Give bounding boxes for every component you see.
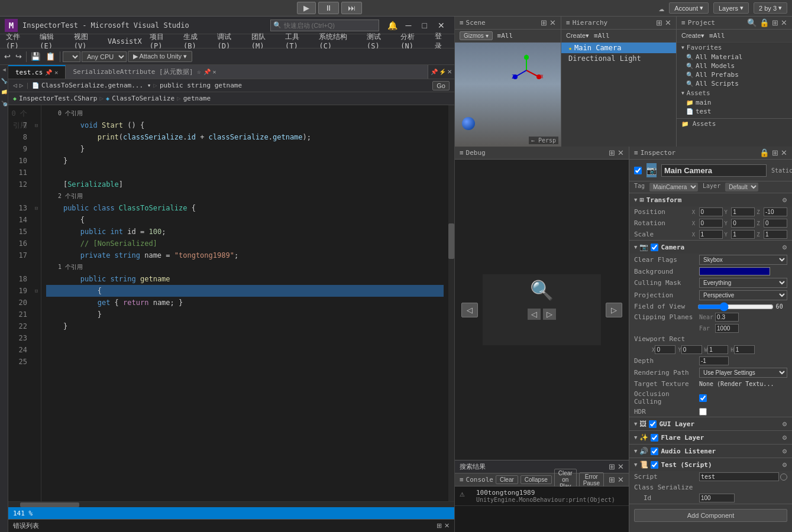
gui-layer-header[interactable]: ▼ 🖼 GUI Layer ⚙ (629, 417, 792, 430)
scene-panel-close-btn[interactable]: ✕ (549, 18, 556, 27)
game-prev-btn[interactable]: ◁ (461, 303, 478, 317)
culling-mask-select[interactable]: Everything (699, 278, 787, 288)
vs-toolbar-undo[interactable]: ↩ (2, 51, 12, 62)
vs-tab-serializable-pin[interactable]: 📌 (203, 69, 211, 75)
project-fav-all-prefabs[interactable]: 🔍 All Prefabs (677, 70, 792, 79)
project-float-btn[interactable]: ⊞ (772, 18, 778, 27)
pause-button[interactable]: ⏸ (318, 2, 339, 14)
project-asset-test[interactable]: 📄 test (677, 107, 792, 116)
vs-tab-testcs-close[interactable]: ✕ (54, 69, 58, 76)
vs-nav-arrow-back[interactable]: ◁ (13, 82, 17, 89)
inspector-lock-btn[interactable]: 🔒 (759, 148, 770, 157)
vs-platform-dropdown[interactable]: Any CPU (82, 51, 127, 62)
vs-pin-button[interactable]: 📌 (431, 69, 438, 75)
scene-all-label[interactable]: ≡All (497, 32, 513, 40)
vp-y-input[interactable] (681, 345, 702, 354)
vs-menu-vassistx[interactable]: VAssistX (104, 36, 146, 47)
vs-scrollbar-thumb[interactable] (448, 223, 454, 259)
inspector-obj-name-input[interactable] (661, 164, 767, 177)
vs-collapse-18[interactable]: ⊟ (32, 285, 41, 297)
inspector-active-checkbox[interactable] (634, 167, 642, 174)
project-search-btn[interactable]: 🔍 (747, 18, 757, 27)
camera-header[interactable]: ▼ 📷 Camera ⚙ (629, 241, 792, 254)
vs-quicklaunch-input[interactable] (282, 21, 376, 30)
play-button[interactable]: ▶ (297, 2, 316, 14)
vs-tab-testcs[interactable]: test.cs 📌 ✕ (8, 65, 66, 79)
project-asset-folder[interactable]: 📁 main (677, 98, 792, 107)
vs-solution-class[interactable]: ClassToSerialize (112, 95, 174, 102)
vs-attach-button[interactable]: ▶ Attach to Unity ▾ (128, 51, 192, 62)
hierarchy-float-btn[interactable]: ⊞ (656, 18, 662, 27)
rendering-path-select[interactable]: Use Player Settings (699, 368, 787, 378)
console-entry-1[interactable]: ⚠ 100tongtong1989 UnityEngine.MonoBehavi… (455, 486, 629, 506)
vs-toolbar-saveall[interactable]: 📋 (44, 51, 57, 62)
add-component-button[interactable]: Add Component (634, 509, 787, 522)
game-panel-close-btn[interactable]: ✕ (618, 148, 624, 157)
vs-collapse-7[interactable]: ⊟ (32, 119, 41, 131)
vs-collapse-13[interactable]: ⊟ (32, 202, 41, 214)
console-error-pause-btn[interactable]: Error Pause (579, 472, 604, 488)
project-lock-btn[interactable]: 🔒 (759, 18, 770, 27)
step-button[interactable]: ⏭ (341, 2, 362, 14)
vs-tab-serializable-close[interactable]: ✕ (213, 69, 216, 75)
camera-settings-btn[interactable]: ⚙ (782, 244, 787, 251)
vs-scrollbar[interactable] (448, 105, 454, 501)
search-close-btn[interactable]: ✕ (618, 462, 624, 471)
scale-z-input[interactable] (764, 230, 787, 239)
vs-hscroll-bar[interactable] (8, 501, 454, 507)
hierarchy-create-btn[interactable]: Create▾ (566, 32, 589, 40)
camera-enabled-checkbox[interactable] (651, 244, 658, 251)
flare-layer-settings-btn[interactable]: ⚙ (782, 434, 787, 441)
tag-select[interactable]: MainCamera (649, 183, 698, 192)
console-close-btn[interactable]: ✕ (618, 475, 624, 484)
vs-panel-close-button[interactable]: ✕ (444, 522, 450, 530)
project-fav-all-material[interactable]: 🔍 All Material (677, 53, 792, 61)
debug-nav-left[interactable]: ◁ (528, 309, 541, 320)
vp-h-input[interactable] (734, 345, 755, 354)
vs-tab-testcs-pin[interactable]: 📌 (45, 69, 52, 76)
clear-flags-select[interactable]: Skybox (699, 255, 787, 265)
inspector-float-btn[interactable]: ⊞ (772, 148, 778, 157)
vs-nav-method[interactable]: public string getname (160, 82, 242, 89)
test-script-settings-btn[interactable]: ⚙ (782, 462, 787, 468)
far-input[interactable] (715, 324, 739, 333)
hdr-checkbox[interactable] (699, 408, 707, 416)
audio-listener-checkbox[interactable] (651, 447, 658, 455)
hierarchy-all-btn[interactable]: ≡All (594, 32, 610, 40)
script-circle-icon[interactable] (780, 473, 787, 481)
test-script-header[interactable]: ▼ 📜 Test (Script) ⚙ (629, 458, 792, 471)
flare-layer-checkbox[interactable] (651, 434, 658, 442)
hierarchy-close-btn[interactable]: ✕ (665, 18, 671, 27)
vs-tab-serializable[interactable]: SerializableAttribute [从元数据] ☆ 📌 ✕ (66, 65, 428, 79)
project-assets-folder-label[interactable]: 📁 Assets (677, 118, 792, 129)
vs-go-button[interactable]: Go (432, 81, 450, 90)
pos-y-input[interactable] (731, 207, 755, 216)
project-create-btn[interactable]: Create▾ (681, 32, 704, 40)
transform-settings-btn[interactable]: ⚙ (782, 197, 787, 203)
gizmos-button[interactable]: Gizmos ▾ (460, 31, 493, 40)
rot-y-input[interactable] (731, 219, 755, 228)
hierarchy-item-camera[interactable]: ★ Main Camera (561, 43, 676, 53)
pos-z-input[interactable] (764, 207, 787, 216)
inspector-close-btn[interactable]: ✕ (781, 148, 787, 157)
project-fav-all-scripts[interactable]: 🔍 All Scripts (677, 79, 792, 88)
console-collapse-btn[interactable]: Collapse (521, 475, 552, 484)
vs-solution-project[interactable]: InspectorTest.CSharp (19, 95, 97, 102)
depth-input[interactable] (699, 356, 729, 365)
vp-w-input[interactable] (707, 345, 728, 354)
audio-listener-header[interactable]: ▼ 🔊 Audio Listener ⚙ (629, 445, 792, 458)
vs-panel-float-button[interactable]: ⊞ (437, 522, 442, 530)
console-float-btn[interactable]: ⊞ (609, 475, 615, 484)
vs-maximize-button[interactable]: □ (417, 20, 431, 31)
project-all-btn[interactable]: ≡All (709, 32, 725, 40)
scene-panel-float-btn[interactable]: ⊞ (541, 18, 547, 27)
transform-header[interactable]: ▼ ⊞ Transform ⚙ (629, 193, 792, 206)
rot-x-input[interactable] (699, 219, 723, 228)
game-next-btn[interactable]: ▷ (606, 303, 622, 317)
console-clear-btn[interactable]: Clear (496, 475, 518, 484)
gui-layer-settings-btn[interactable]: ⚙ (782, 421, 787, 427)
occlusion-checkbox[interactable] (699, 394, 707, 402)
game-panel-float-btn[interactable]: ⊞ (609, 148, 615, 157)
pos-x-input[interactable] (699, 207, 723, 216)
search-float-btn[interactable]: ⊞ (609, 462, 615, 471)
